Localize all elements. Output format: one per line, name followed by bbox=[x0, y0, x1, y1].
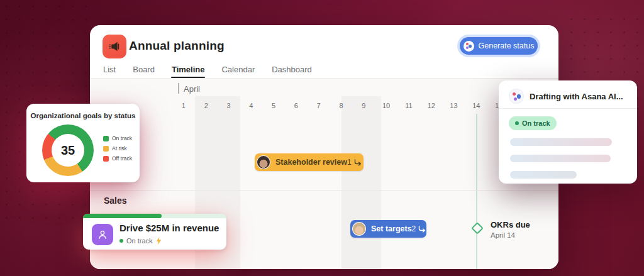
page-title: Annual planning bbox=[129, 39, 225, 53]
legend-swatch-red bbox=[103, 156, 109, 162]
goals-donut-chart: 35 bbox=[42, 124, 94, 176]
date-cell: 3 bbox=[218, 102, 240, 109]
legend-item-off-track: Off track bbox=[103, 155, 132, 162]
date-cell: 12 bbox=[420, 102, 443, 109]
task-label: Stakeholder review bbox=[275, 158, 347, 167]
goals-card-title: Organizational goals by status bbox=[26, 112, 140, 119]
month-label: April bbox=[184, 84, 200, 94]
assignee-avatar bbox=[352, 222, 366, 236]
milestone-title: OKRs due bbox=[491, 220, 530, 229]
date-cell: 11 bbox=[397, 102, 420, 109]
subtask-icon bbox=[418, 226, 426, 233]
card-divider bbox=[499, 108, 637, 109]
tab-dashboard[interactable]: Dashboard bbox=[271, 60, 313, 78]
assignee-avatar bbox=[257, 155, 270, 169]
generate-status-button[interactable]: Generate status bbox=[460, 37, 538, 55]
generate-status-label: Generate status bbox=[479, 41, 535, 50]
ai-drafting-title: Drafting with Asana AI... bbox=[530, 92, 623, 101]
tab-board[interactable]: Board bbox=[132, 60, 155, 78]
date-cell: 5 bbox=[262, 102, 285, 109]
task-bar-stakeholder-review[interactable]: Stakeholder review 1 bbox=[255, 153, 364, 171]
date-cell: 4 bbox=[240, 102, 262, 109]
goal-progress-fill bbox=[83, 214, 162, 218]
date-cell: 2 bbox=[195, 102, 218, 109]
legend-swatch-yellow bbox=[103, 146, 109, 152]
month-start-tick bbox=[178, 83, 179, 94]
date-cell: 13 bbox=[443, 102, 465, 109]
date-cell: 6 bbox=[285, 102, 308, 109]
ai-drafting-card: Drafting with Asana AI... On track bbox=[499, 80, 637, 184]
goal-status-text: On track bbox=[126, 237, 153, 245]
on-track-status-pill: On track bbox=[509, 116, 557, 130]
goal-card-drive-revenue[interactable]: Drive $25M in revenue On track bbox=[83, 214, 226, 250]
tab-list[interactable]: List bbox=[103, 60, 116, 78]
donut-legend: On track At risk Off track bbox=[103, 135, 132, 162]
legend-swatch-green bbox=[103, 136, 109, 141]
legend-item-at-risk: At risk bbox=[103, 145, 132, 152]
goals-status-card: Organizational goals by status 35 On tra… bbox=[26, 104, 140, 182]
donut-total: 35 bbox=[52, 134, 84, 167]
date-cell: 14 bbox=[465, 102, 487, 109]
subtask-count: 1 bbox=[347, 158, 368, 167]
megaphone-icon bbox=[103, 35, 126, 58]
ai-sparkle-icon bbox=[509, 89, 524, 104]
milestone-date-line bbox=[476, 114, 477, 269]
date-cell: 1 bbox=[172, 102, 195, 109]
lightning-bolt-icon bbox=[156, 237, 162, 245]
ai-sparkle-icon bbox=[464, 41, 474, 52]
task-bar-set-targets[interactable]: Set targets 2 bbox=[350, 220, 426, 238]
legend-item-on-track: On track bbox=[103, 135, 132, 141]
screenshot-stage: Annual planning Generate status List Boa… bbox=[0, 0, 644, 276]
status-dot-icon bbox=[119, 239, 123, 243]
section-divider bbox=[90, 190, 558, 191]
ai-text-skeleton-line bbox=[510, 138, 612, 146]
subtask-icon bbox=[354, 159, 362, 166]
status-dot-icon bbox=[515, 121, 519, 125]
view-tabs: List Board Timeline Calendar Dashboard bbox=[103, 60, 313, 78]
subtask-count: 2 bbox=[412, 224, 433, 233]
date-cell: 9 bbox=[352, 102, 375, 109]
ai-drafting-header: Drafting with Asana AI... bbox=[509, 89, 623, 104]
goal-title: Drive $25M in revenue bbox=[119, 223, 219, 233]
ai-text-skeleton-line bbox=[510, 155, 611, 162]
goal-status-row: On track bbox=[119, 237, 162, 245]
date-cell: 10 bbox=[375, 102, 397, 109]
date-header-row: 1 2 3 4 5 6 7 8 9 10 11 12 13 14 15 bbox=[172, 102, 510, 109]
task-label: Set targets bbox=[371, 224, 412, 233]
tab-timeline[interactable]: Timeline bbox=[171, 60, 206, 78]
goal-progress-bar bbox=[83, 214, 226, 218]
milestone-diamond-icon[interactable] bbox=[471, 222, 484, 235]
tab-calendar[interactable]: Calendar bbox=[221, 60, 255, 78]
date-cell: 7 bbox=[308, 102, 330, 109]
person-icon bbox=[92, 224, 113, 245]
section-label-sales: Sales bbox=[104, 196, 127, 206]
milestone-date: April 14 bbox=[491, 231, 515, 239]
date-cell: 8 bbox=[330, 102, 353, 109]
ai-text-skeleton-line bbox=[510, 171, 577, 179]
weekend-shading bbox=[341, 96, 381, 269]
